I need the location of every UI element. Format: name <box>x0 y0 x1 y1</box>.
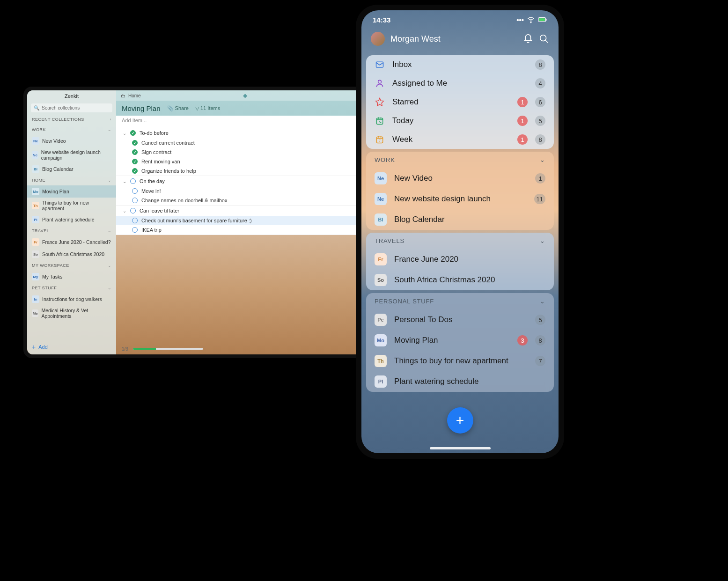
progress-label: 1/3 <box>122 346 128 352</box>
list-label: Today <box>392 116 510 125</box>
bell-icon[interactable] <box>523 34 533 44</box>
star-icon <box>375 97 385 107</box>
add-collection-button[interactable]: +Add <box>27 339 116 354</box>
group-title: To-do before <box>140 130 169 136</box>
sidebar-item[interactable]: FrFrance June 2020 - Cancelled? <box>27 236 116 248</box>
sidebar-item-label: New Video <box>42 138 66 144</box>
list-assigned[interactable]: Assigned to Me 4 <box>366 74 554 93</box>
search-input[interactable]: 🔍 Search collections <box>31 103 112 112</box>
list-starred[interactable]: Starred 1 6 <box>366 93 554 111</box>
section-recent[interactable]: RECENT COLLECTIONS› <box>27 114 116 125</box>
checkbox-icon[interactable] <box>132 188 138 194</box>
group-title: On the day <box>140 178 165 184</box>
list-item[interactable]: SoSouth Africa Christmas 2020 <box>366 270 554 290</box>
collection-badge: Fr <box>375 253 387 265</box>
section-header-travels[interactable]: TRAVELS⌄ <box>366 233 554 249</box>
list-label: Plant watering schedule <box>394 377 545 386</box>
breadcrumb[interactable]: Home <box>128 93 141 98</box>
sidebar-item[interactable]: MyMy Tasks <box>27 271 116 283</box>
sidebar-item[interactable]: InInstructions for dog walkers <box>27 293 116 305</box>
add-fab-button[interactable]: + <box>447 407 473 434</box>
checkbox-done-icon[interactable] <box>132 168 138 174</box>
section-travel[interactable]: TRAVEL⌄ <box>27 226 116 236</box>
calendar-today-icon <box>375 116 385 126</box>
search-placeholder: Search collections <box>42 105 80 110</box>
calendar-week-icon: 7 <box>375 134 385 145</box>
sidebar-item[interactable]: MeMedical History & Vet Appointments <box>27 305 116 321</box>
checkbox-done-icon[interactable] <box>132 159 138 164</box>
list-item[interactable]: NeNew Video1 <box>366 168 554 189</box>
sidebar-item-label: Medical History & Vet Appointments <box>41 308 111 319</box>
count-badge: 6 <box>535 97 545 107</box>
count-badge: 8 <box>535 134 545 145</box>
phone-frame: 14:33 ••• Morgan West Inbox 8 Assigned t… <box>356 5 564 459</box>
checkbox-done-icon[interactable] <box>130 130 136 136</box>
sidebar-item-label: Plant watering schedule <box>42 217 95 222</box>
section-home[interactable]: HOME⌄ <box>27 175 116 185</box>
list-item[interactable]: MoMoving Plan38 <box>366 330 554 351</box>
list-label: Moving Plan <box>394 336 510 345</box>
task-label: Move in! <box>141 188 161 194</box>
collection-badge: In <box>32 295 39 303</box>
checkbox-icon[interactable] <box>132 227 138 233</box>
sidebar-item-label: South Africa Christmas 2020 <box>42 251 104 257</box>
list-week[interactable]: 7 Week 1 8 <box>366 130 554 149</box>
count-badge: 5 <box>535 315 545 325</box>
count-badge: 4 <box>535 78 545 88</box>
count-badge: 8 <box>535 335 545 346</box>
list-item[interactable]: PePersonal To Dos5 <box>366 309 554 330</box>
sidebar-item-label: New website design launch campaign <box>41 149 111 161</box>
list-item[interactable]: PlPlant watering schedule <box>366 371 554 392</box>
list-label: Week <box>392 135 510 144</box>
sidebar-item[interactable]: BlBlog Calendar <box>27 163 116 175</box>
list-item[interactable]: NeNew website design launch11 <box>366 189 554 209</box>
checkbox-icon[interactable] <box>132 218 138 223</box>
list-item[interactable]: ThThings to buy for new apartment7 <box>366 351 554 371</box>
section-header-work[interactable]: WORK⌄ <box>366 152 554 168</box>
avatar[interactable] <box>371 32 385 46</box>
sidebar-item[interactable]: PlPlant watering schedule <box>27 213 116 226</box>
collection-badge: Th <box>375 355 387 367</box>
add-label: Add <box>38 344 48 350</box>
filter-button[interactable]: ▽ 11 Items <box>195 105 220 111</box>
chevron-right-icon: › <box>110 117 112 122</box>
checkbox-icon[interactable] <box>130 178 136 184</box>
collection-badge: My <box>32 273 39 280</box>
sidebar-item[interactable]: SoSouth Africa Christmas 2020 <box>27 248 116 260</box>
collection-badge: Bl <box>32 165 39 173</box>
list-item[interactable]: BlBlog Calendar <box>366 209 554 230</box>
svg-point-0 <box>530 22 531 23</box>
sidebar-item[interactable]: ThThings to buy for new apartment <box>27 198 116 213</box>
progress-bar <box>133 348 203 350</box>
search-icon[interactable] <box>539 34 549 44</box>
checkbox-icon[interactable] <box>132 198 138 203</box>
list-inbox[interactable]: Inbox 8 <box>366 55 554 74</box>
list-today[interactable]: Today 1 5 <box>366 111 554 130</box>
checkbox-done-icon[interactable] <box>132 149 138 155</box>
sidebar-item[interactable]: NeNew Video <box>27 135 116 147</box>
section-pet[interactable]: PET STUFF⌄ <box>27 283 116 293</box>
collection-badge: So <box>32 250 39 258</box>
list-label: Things to buy for new apartment <box>394 356 528 366</box>
sidebar-item[interactable]: NeNew website design launch campaign <box>27 147 116 163</box>
svg-point-6 <box>378 80 382 83</box>
checkbox-done-icon[interactable] <box>132 140 138 146</box>
collection-badge: Ne <box>375 172 387 184</box>
section-workspace[interactable]: MY WORKSPACE⌄ <box>27 260 116 271</box>
list-item[interactable]: FrFrance June 2020 <box>366 249 554 270</box>
section-header-personal[interactable]: PERSONAL STUFF⌄ <box>366 293 554 309</box>
section-work[interactable]: WORK⌄ <box>27 125 116 135</box>
task-label: IKEA trip <box>141 227 162 233</box>
share-button[interactable]: 📎 Share <box>167 105 189 111</box>
checkbox-icon[interactable] <box>130 208 136 213</box>
sidebar-item-moving-plan[interactable]: MoMoving Plan <box>27 185 116 198</box>
collection-badge: Mo <box>32 188 39 195</box>
list-label: Assigned to Me <box>392 79 528 88</box>
chevron-down-icon: ⌄ <box>108 127 112 132</box>
search-icon: 🔍 <box>34 105 39 110</box>
chevron-down-icon: ⌄ <box>108 228 112 233</box>
app-title: Zenkit <box>27 90 116 102</box>
overdue-badge: 3 <box>517 335 528 346</box>
list-label: South Africa Christmas 2020 <box>394 275 545 285</box>
list-label: New Video <box>394 174 528 183</box>
